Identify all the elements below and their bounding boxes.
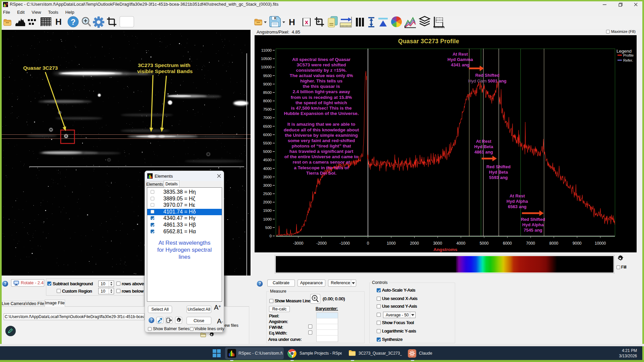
svg-text:9500: 9500 <box>263 74 272 78</box>
svg-text:deduce all of this knowledge a: deduce all of this knowledge about <box>284 127 359 132</box>
svg-text:H: H <box>289 17 295 27</box>
svg-text:10000: 10000 <box>261 65 272 69</box>
svg-text:0: 0 <box>367 241 369 246</box>
svg-text:4861 ang: 4861 ang <box>474 149 493 155</box>
svg-text:6563 ang: 6563 ang <box>508 204 527 209</box>
svg-text:5593 ang: 5593 ang <box>489 175 508 180</box>
svg-text:1000: 1000 <box>387 241 396 246</box>
svg-text:higher. This tells us: higher. This tells us <box>300 78 342 83</box>
svg-text:11000: 11000 <box>261 48 272 52</box>
svg-text:consistently by z =15%.: consistently by z =15%. <box>296 68 346 73</box>
svg-text:5000: 5000 <box>480 241 489 246</box>
svg-text:It is amazing that we are able: It is amazing that we are able to <box>287 122 356 127</box>
svg-text:Angstroms: Angstroms <box>433 247 457 252</box>
svg-text:Legend: Legend <box>616 49 632 54</box>
svg-text:10000: 10000 <box>595 241 606 246</box>
svg-text:H: H <box>55 17 62 27</box>
svg-text:Quasar 3C273 Profile: Quasar 3C273 Profile <box>398 38 459 45</box>
svg-text:the Universe by simple examini: the Universe by simple examining <box>285 133 358 138</box>
svg-text:of the entire Universe and cam: of the entire Universe and came to <box>284 154 359 159</box>
svg-text:Red Shifted: Red Shifted <box>475 73 499 78</box>
svg-text:9000: 9000 <box>263 82 272 86</box>
svg-text:8500: 8500 <box>263 90 272 95</box>
svg-text:visible Spectral Bands: visible Spectral Bands <box>137 68 193 74</box>
svg-text:has traveled a significant par: has traveled a significant part <box>289 149 354 154</box>
svg-text:3C273 Spectrum with: 3C273 Spectrum with <box>138 62 191 68</box>
svg-text:3C573 were red shifted: 3C573 were red shifted <box>297 62 346 67</box>
svg-text:Hyd Alpha: Hyd Alpha <box>522 222 544 227</box>
svg-text:rest on a camera sensor at: rest on a camera sensor at <box>292 160 350 165</box>
svg-text:10500: 10500 <box>261 57 272 61</box>
svg-text:?: ? <box>71 17 76 26</box>
svg-text:Hyd Gam 5001 ang: Hyd Gam 5001 ang <box>468 78 506 83</box>
svg-text:Hyd Alpha: Hyd Alpha <box>506 199 528 204</box>
svg-text:8000: 8000 <box>549 241 558 246</box>
svg-text:7000: 7000 <box>526 241 535 246</box>
svg-text:8000: 8000 <box>263 99 272 103</box>
svg-text:Hubble Expansion of the Univer: Hubble Expansion of the Universe. <box>284 111 359 116</box>
svg-text:4341 ang: 4341 ang <box>451 62 470 67</box>
svg-text:2000: 2000 <box>410 241 419 246</box>
svg-text:4000: 4000 <box>457 241 466 246</box>
svg-text:7500: 7500 <box>263 107 272 111</box>
svg-text:9000: 9000 <box>573 241 582 246</box>
svg-text:the speed of light which: the speed of light which <box>296 100 347 105</box>
svg-text:some very faint and red-shifte: some very faint and red-shifted <box>288 138 355 143</box>
svg-text:Red Shifted: Red Shifted <box>521 217 545 222</box>
svg-text:Quasar 3C273: Quasar 3C273 <box>23 65 58 71</box>
svg-text:Hyd Beta: Hyd Beta <box>474 144 493 149</box>
svg-text:from us is receding at 15.8%: from us is receding at 15.8% <box>291 95 352 100</box>
svg-text:Tierra Del Sol.: Tierra Del Sol. <box>306 171 337 176</box>
svg-text:photons of “tired light” that: photons of “tired light” that <box>292 143 351 148</box>
svg-text:7545 ang: 7545 ang <box>524 228 542 233</box>
svg-text:Red Shifted: Red Shifted <box>486 164 511 169</box>
svg-text:Profile: Profile <box>623 53 634 57</box>
svg-text:6000: 6000 <box>263 133 272 137</box>
svg-text:5000: 5000 <box>263 149 272 154</box>
svg-text:4500: 4500 <box>263 158 272 162</box>
svg-text:3500: 3500 <box>263 175 272 179</box>
svg-text:The actual value was only 4%: The actual value was only 4% <box>289 73 353 78</box>
svg-text:Hyd Beta: Hyd Beta <box>489 170 508 175</box>
svg-text:7000: 7000 <box>263 116 272 120</box>
svg-text:500: 500 <box>265 226 272 230</box>
svg-text:All spectral lines of Quasar: All spectral lines of Quasar <box>292 57 351 62</box>
svg-text:3000: 3000 <box>433 241 442 246</box>
svg-text:4000: 4000 <box>263 167 272 171</box>
svg-text:a Telescope in the hills of: a Telescope in the hills of <box>294 165 349 170</box>
svg-text:is 47,500 km/sec! This is the: is 47,500 km/sec! This is the <box>291 106 352 111</box>
svg-text:the this quasar is: the this quasar is <box>303 84 340 89</box>
svg-text:1500: 1500 <box>263 208 272 213</box>
svg-text:-3000: -3000 <box>293 241 304 246</box>
svg-text:6500: 6500 <box>263 124 272 128</box>
svg-text:2000: 2000 <box>263 200 272 204</box>
svg-text:1000: 1000 <box>263 217 272 221</box>
svg-text:At Rest: At Rest <box>452 52 468 57</box>
svg-text:5500: 5500 <box>263 141 272 145</box>
svg-text:x: x <box>305 18 309 25</box>
svg-text:Hyd Gamma: Hyd Gamma <box>447 57 473 62</box>
svg-text:-2000: -2000 <box>316 241 327 246</box>
svg-text:3000: 3000 <box>263 183 272 187</box>
svg-text:2500: 2500 <box>263 192 272 196</box>
svg-text:6000: 6000 <box>503 241 512 246</box>
svg-text:At Rest: At Rest <box>476 139 491 144</box>
svg-text:Refer.: Refer. <box>623 58 633 62</box>
svg-text:0: 0 <box>270 234 272 238</box>
svg-text:2.4 billion light-years away: 2.4 billion light-years away <box>292 89 350 94</box>
svg-text:-1000: -1000 <box>339 241 350 246</box>
svg-text:At Rest: At Rest <box>509 193 525 198</box>
